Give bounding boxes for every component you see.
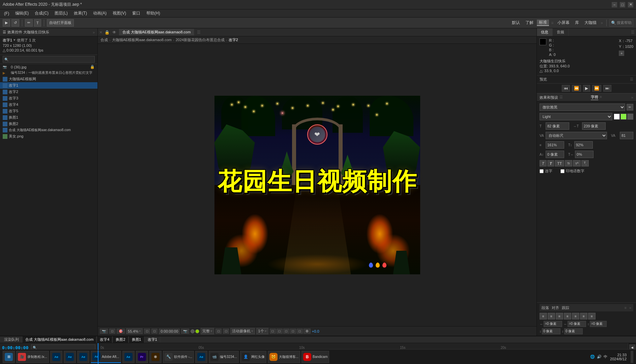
ligature-check[interactable] xyxy=(540,169,544,173)
effects-expand[interactable]: » xyxy=(93,30,95,34)
viewer-preview[interactable]: □ xyxy=(109,329,115,334)
style-smallcaps[interactable]: Tr xyxy=(565,160,572,166)
tl-tab-h2[interactable]: 换图2 xyxy=(113,336,128,343)
workspace-small[interactable]: 小屏幕 xyxy=(555,20,572,26)
viewer-comp-info[interactable]: □ xyxy=(144,329,150,334)
taskbar-start[interactable]: ⊞ xyxy=(3,351,15,363)
workspace-default[interactable]: 默认 xyxy=(510,20,522,26)
para-menu[interactable]: ≡ xyxy=(624,306,626,310)
menu-edit[interactable]: 编辑(E) xyxy=(12,10,31,17)
viewer-lock[interactable]: 🔒 xyxy=(105,30,110,35)
font-family-select[interactable]: 微软雅黑 xyxy=(540,103,625,111)
indic-check[interactable] xyxy=(560,169,565,173)
character-tab[interactable]: 字符 xyxy=(591,95,598,100)
menu-effects[interactable]: 效果(T) xyxy=(71,10,90,17)
font-style-select[interactable]: Light xyxy=(540,113,612,120)
viewer-btn-c[interactable]: □ xyxy=(283,329,289,334)
breadcrumb-item4[interactable]: 改字2 xyxy=(229,37,238,42)
right-tab-info[interactable]: 信息 xyxy=(537,28,553,36)
viewer-camera-snap[interactable]: 📷 xyxy=(181,329,189,334)
asset-comp7[interactable]: 换图2 xyxy=(0,121,97,127)
asset-comp5[interactable]: 改字5 xyxy=(0,108,97,114)
taskbar-ae2[interactable]: Ae xyxy=(64,351,76,363)
text-color-swatch[interactable] xyxy=(614,114,620,120)
asset-comp3[interactable]: 改字3 xyxy=(0,95,97,101)
menu-composition[interactable]: 合成(C) xyxy=(32,10,51,17)
tracking-input[interactable] xyxy=(582,122,606,130)
style-allcaps[interactable]: TT xyxy=(555,160,564,166)
preview-prev-frame[interactable]: ⏪ xyxy=(572,85,581,92)
menu-window[interactable]: 窗口 xyxy=(129,10,143,17)
align-center-btn[interactable]: ≡ xyxy=(548,313,555,320)
viewer-btn-a[interactable]: □ xyxy=(270,329,276,334)
style-sub[interactable]: T, xyxy=(581,160,589,166)
viewer-btn-b[interactable]: □ xyxy=(277,329,283,334)
views-control[interactable]: 1个 ▾ xyxy=(256,328,268,334)
viewer-snapshot[interactable]: 📷 xyxy=(100,329,108,334)
align-justify-btn[interactable]: ≡ xyxy=(564,313,571,320)
toolbar-rotate[interactable]: ↺ xyxy=(11,19,19,27)
preview-end[interactable]: ⏭ xyxy=(603,85,611,92)
toolbar-auto-panel[interactable]: 自动打开面板 xyxy=(47,19,74,27)
tl-tab-main[interactable]: 合成 大咖猫AE模板网aae.dakamao8.com xyxy=(23,336,96,343)
space-after-input[interactable] xyxy=(564,328,583,334)
style-italic2[interactable]: T xyxy=(547,160,554,166)
taskbar-ae4[interactable]: Ae xyxy=(122,351,135,363)
effect-settings-tab[interactable]: 效果和预设 xyxy=(540,95,558,100)
left-indent-input[interactable] xyxy=(544,321,562,327)
asset-comp0[interactable]: 大咖猫AE模板网 xyxy=(0,76,97,82)
font-edit-btn[interactable]: ✏ xyxy=(627,104,633,111)
viewer-eye[interactable]: 👁 xyxy=(112,30,116,35)
asset-comp2[interactable]: 改字2 xyxy=(0,89,97,95)
asset-img1[interactable]: 📷 0 (36).jpg 🔒 xyxy=(0,64,97,70)
zoom-control[interactable]: 55.4% ▾ xyxy=(126,328,143,334)
preview-next-frame[interactable]: ⏩ xyxy=(592,85,601,92)
info-plus-btn[interactable]: + xyxy=(619,51,624,56)
minimize-button[interactable]: − xyxy=(612,2,617,7)
para-tab[interactable]: 段落 xyxy=(542,305,549,310)
workspace-learn[interactable]: 了解 xyxy=(523,20,536,26)
menu-layer[interactable]: 图层(L) xyxy=(52,10,70,17)
tl-tab-z4[interactable]: 改字4 xyxy=(97,336,112,343)
align-left-btn[interactable]: ≡ xyxy=(540,313,547,320)
asset-comp6[interactable]: 换图1 xyxy=(0,114,97,121)
preview-play[interactable]: ▶ xyxy=(583,85,590,92)
asset-img2[interactable]: 美女.png xyxy=(0,133,97,140)
camera-control[interactable]: 活动摄像机 ▾ xyxy=(230,328,255,334)
expand-right[interactable]: » xyxy=(631,95,633,99)
taskbar-dkm[interactable]: 🐱 大咖猫博客... xyxy=(268,351,300,363)
close-button[interactable]: ✕ xyxy=(628,2,633,7)
timecode-control[interactable]: 0:00:00:00 xyxy=(159,329,180,334)
viewer-tab-main[interactable]: 合成 大咖猫AE模板网aae.dakamao8.com xyxy=(119,29,194,35)
tl-tab-h1[interactable]: 换图1 xyxy=(129,336,144,343)
taskbar-avatar[interactable]: 👤 网红头像 xyxy=(240,351,266,363)
taskbar-ae1[interactable]: Ae xyxy=(50,351,62,363)
network-icon[interactable]: 🌐 xyxy=(590,355,595,359)
volume-icon[interactable]: 🔊 xyxy=(597,355,602,359)
viewer-3d[interactable]: □ xyxy=(223,329,229,334)
vscale-input[interactable] xyxy=(574,141,593,149)
right-panel-menu[interactable]: ☰ xyxy=(631,30,635,35)
align-tab[interactable]: 对齐 xyxy=(552,305,559,310)
taskbar-bandicam[interactable]: B Bandicam xyxy=(301,351,329,363)
toolbar-select[interactable]: ▶ xyxy=(3,19,10,27)
clock[interactable]: 21:33 2024/8/12 xyxy=(610,353,627,361)
viewer-grid[interactable]: □ xyxy=(215,329,222,334)
viewer-tab-menu[interactable]: ☰ xyxy=(197,30,201,35)
breadcrumb-item3[interactable]: 2024新版花园告白布置总合成 xyxy=(176,37,225,42)
preview-menu[interactable]: ☰ xyxy=(630,77,633,82)
asset-comp8[interactable]: 合成 大咖猫AE模板网aae.dakamao8.com xyxy=(0,127,97,133)
taskbar-ae5[interactable]: Ae xyxy=(195,351,207,363)
show-desktop-btn[interactable] xyxy=(631,351,633,363)
preview-start[interactable]: ⏮ xyxy=(562,85,570,92)
style-super[interactable]: Ts xyxy=(573,160,581,166)
workspace-standard[interactable]: 标准 xyxy=(537,20,549,26)
track-tab[interactable]: 跟踪 xyxy=(562,305,569,310)
space-input[interactable] xyxy=(590,321,607,327)
workspace-library[interactable]: 库 xyxy=(573,20,581,26)
align-justify2-btn[interactable]: ≡ xyxy=(572,313,579,320)
breadcrumb-item1[interactable]: 合成 xyxy=(100,37,108,42)
asset-comp1[interactable]: 改字1 xyxy=(0,82,97,89)
tl-tab-z1[interactable]: 改字1 xyxy=(145,336,160,343)
font-size-input[interactable] xyxy=(546,122,569,130)
